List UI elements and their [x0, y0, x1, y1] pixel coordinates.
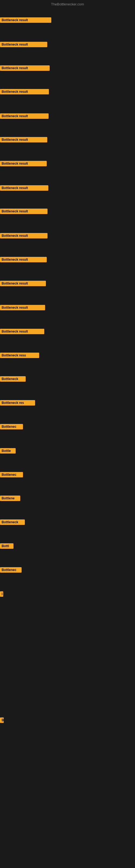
bottleneck-result-row: Bottlenec	[0, 472, 23, 478]
bottleneck-label[interactable]: Bottle	[0, 448, 16, 454]
bottleneck-result-row: Bottleneck result	[0, 281, 46, 287]
bottleneck-label[interactable]: Bottlenec	[0, 472, 23, 477]
bottleneck-label[interactable]: Bottleneck result	[0, 113, 49, 119]
bottleneck-label[interactable]: Bottlenec	[0, 567, 21, 572]
bottleneck-result-row: Bottleneck result	[0, 185, 48, 192]
bottleneck-result-row: Bottleneck result	[0, 257, 47, 264]
bottleneck-label[interactable]: Bottleneck result	[0, 18, 51, 23]
site-title: TheBottlenecker.com	[51, 2, 84, 6]
bottleneck-result-row: Bottleneck result	[0, 161, 47, 167]
bottleneck-label[interactable]: Bottleneck result	[0, 65, 50, 71]
bottleneck-result-row: Bottlenec	[0, 424, 23, 431]
bottleneck-label[interactable]: Bottleneck result	[0, 257, 47, 262]
bottleneck-result-row: Bottleneck result	[0, 89, 49, 95]
bottleneck-result-row: Bottleneck result	[0, 209, 48, 215]
bottleneck-result-row: I	[0, 591, 3, 598]
bottleneck-label[interactable]: Bottleneck resu	[0, 352, 39, 358]
bottleneck-label[interactable]: Bottleneck result	[0, 161, 47, 166]
bottleneck-label[interactable]: B	[0, 717, 4, 723]
bottleneck-result-row: B	[0, 717, 4, 724]
bottleneck-label[interactable]: Bottleneck	[0, 376, 26, 382]
bottleneck-result-row: Bottleneck result	[0, 18, 51, 24]
bottleneck-result-row: Bottleneck result	[0, 42, 47, 48]
bottleneck-result-row: Bottleneck resu	[0, 352, 39, 359]
bottleneck-result-row: Bottleneck result	[0, 329, 44, 335]
bottleneck-result-row: Bottl	[0, 543, 13, 550]
bottleneck-result-row: Bottlenec	[0, 567, 21, 574]
bottleneck-result-row: Bottleneck result	[0, 65, 50, 72]
bottleneck-label[interactable]: Bottlene	[0, 496, 20, 501]
bottleneck-label[interactable]: Bottleneck result	[0, 305, 45, 310]
bottleneck-label[interactable]: Bottlenec	[0, 424, 23, 429]
bottleneck-label[interactable]: Bottleneck result	[0, 209, 48, 214]
bottleneck-result-row: Bottleneck result	[0, 233, 48, 240]
bottleneck-label[interactable]: I	[0, 591, 3, 597]
bottleneck-result-row: Bottleneck result	[0, 137, 47, 144]
bottleneck-label[interactable]: Bottleneck result	[0, 137, 47, 143]
bottleneck-label[interactable]: Bottl	[0, 543, 13, 549]
bottleneck-result-row: Bottleneck result	[0, 305, 45, 311]
bottleneck-label[interactable]: Bottleneck result	[0, 42, 47, 47]
bottleneck-result-row: Bottleneck	[0, 520, 25, 526]
bottleneck-result-row: Bottleneck	[0, 376, 26, 383]
bottleneck-label[interactable]: Bottleneck result	[0, 89, 49, 94]
bottleneck-result-row: Bottlene	[0, 496, 20, 502]
site-header: TheBottlenecker.com	[0, 0, 135, 7]
bottleneck-result-row: Bottle	[0, 448, 16, 455]
bottleneck-label[interactable]: Bottleneck result	[0, 329, 44, 334]
bottleneck-label[interactable]: Bottleneck	[0, 520, 25, 525]
bottleneck-label[interactable]: Bottleneck res	[0, 400, 35, 405]
bottleneck-label[interactable]: Bottleneck result	[0, 281, 46, 286]
bottleneck-label[interactable]: Bottleneck result	[0, 185, 48, 191]
bottleneck-result-row: Bottleneck res	[0, 400, 35, 407]
bottleneck-result-row: Bottleneck result	[0, 113, 49, 120]
bottleneck-label[interactable]: Bottleneck result	[0, 233, 48, 239]
